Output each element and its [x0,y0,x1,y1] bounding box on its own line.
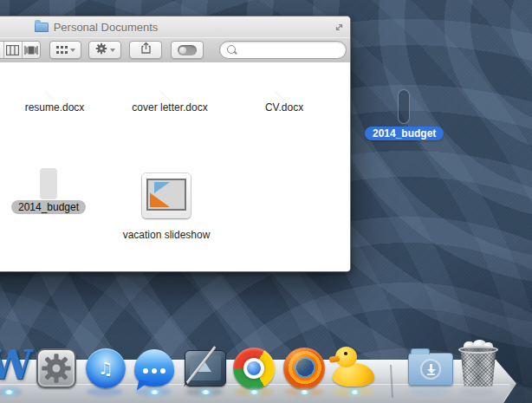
coverflow-view-button[interactable] [22,42,40,58]
folder-icon [35,23,49,32]
file-label: vacation slideshow [119,229,214,242]
desktop-icon-2014-budget[interactable]: XLSX 2014_budget [365,89,443,140]
file-resume-docx[interactable]: DOCX resume.docx [7,74,102,114]
messages-icon[interactable] [134,349,174,387]
file-cv-docx[interactable]: DOCX CV.docx [237,74,332,114]
view-segmented-control [0,41,41,59]
running-indicator [299,390,310,394]
search-icon [227,45,236,54]
selection-highlight: XLSX [398,89,410,124]
file-label: cover letter.docx [122,101,217,114]
download-arrow-icon [420,359,441,380]
fullscreen-icon[interactable] [334,21,345,32]
slideshow-file-icon [142,173,191,218]
running-indicator [249,390,260,394]
desktop-icon-label: 2014_budget [365,127,444,140]
graphics-app-icon[interactable] [185,350,226,387]
selection-highlight: XLSX [40,168,57,199]
search-input[interactable] [243,42,343,59]
itunes-icon[interactable]: ♫ [86,348,126,388]
file-label: CV.docx [237,101,332,114]
chevron-down-icon [110,49,115,52]
system-preferences-icon[interactable] [36,348,76,388]
window-titlebar[interactable]: Personal Documents [0,16,350,37]
running-indicator [3,390,15,394]
chevron-down-icon [70,49,75,52]
toggle-switch-icon [178,45,197,55]
running-indicator [349,390,360,394]
chrome-icon[interactable] [233,348,275,389]
file-2014-budget-xlsx[interactable]: XLSX 2014_budget [1,168,96,214]
window-content: DOCX resume.docx DOCX cover letter.docx … [0,62,350,271]
cyberduck-icon[interactable] [332,346,377,389]
gear-icon [95,42,107,58]
share-button[interactable] [129,41,162,59]
toggle-button[interactable] [171,41,204,59]
firefox-icon[interactable] [283,348,325,389]
downloads-folder-icon[interactable] [408,353,453,386]
file-label: resume.docx [7,101,102,114]
action-menu-button[interactable] [88,41,121,59]
trash-icon[interactable] [459,345,497,387]
word-icon[interactable]: W [0,345,33,385]
search-field[interactable] [219,41,347,59]
running-indicator [149,390,160,394]
arrange-button[interactable] [49,41,81,59]
finder-window: Personal Documents [0,16,351,272]
music-note-icon: ♫ [98,358,114,379]
file-cover-letter-docx[interactable]: DOCX cover letter.docx [122,74,217,114]
share-icon [139,42,152,58]
file-vacation-slideshow[interactable]: vacation slideshow [119,166,214,242]
file-label: 2014_budget [1,201,96,214]
window-title: Personal Documents [54,21,159,34]
column-view-button[interactable] [3,42,22,58]
running-indicator [200,390,211,394]
window-toolbar [0,37,350,63]
